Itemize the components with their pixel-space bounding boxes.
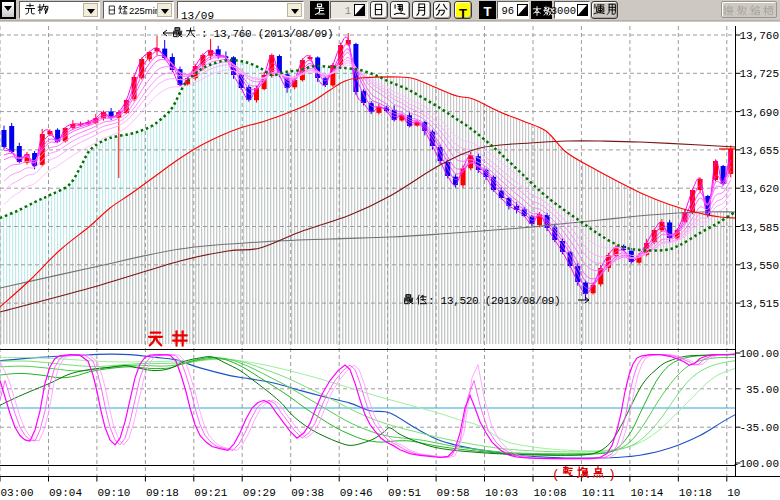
svg-text:09:46: 09:46: [340, 487, 373, 499]
svg-text:13,690: 13,690: [739, 107, 779, 119]
svg-text:10: 10: [727, 487, 740, 499]
svg-text:09:04: 09:04: [49, 487, 82, 499]
svg-text:09:51: 09:51: [388, 487, 421, 499]
svg-text:09:38: 09:38: [291, 487, 324, 499]
svg-text:09:21: 09:21: [194, 487, 227, 499]
svg-text:): ): [608, 467, 616, 482]
svg-text:10:14: 10:14: [630, 487, 663, 499]
svg-text:03:00: 03:00: [1, 487, 34, 499]
svg-text:13,550: 13,550: [739, 260, 779, 272]
svg-text:35.00: 35.00: [746, 384, 779, 396]
svg-text:13,655: 13,655: [739, 145, 779, 157]
svg-text:100.00: 100.00: [739, 348, 779, 360]
svg-text:09:58: 09:58: [437, 487, 470, 499]
svg-text:09:18: 09:18: [146, 487, 179, 499]
svg-text:13,515: 13,515: [739, 298, 779, 310]
svg-text:-35.00: -35.00: [739, 422, 779, 434]
svg-text:09:10: 09:10: [97, 487, 130, 499]
svg-text:10:08: 10:08: [534, 487, 567, 499]
svg-text:13,585: 13,585: [739, 222, 779, 234]
svg-text:: 13,760 (2013/08/09): : 13,760 (2013/08/09): [201, 28, 333, 40]
svg-text:10:18: 10:18: [679, 487, 712, 499]
svg-text:13,725: 13,725: [739, 68, 779, 80]
svg-text:10:11: 10:11: [582, 487, 615, 499]
svg-text:13,620: 13,620: [739, 183, 779, 195]
svg-text:13,760: 13,760: [739, 30, 779, 42]
svg-text:: 13,520 (2013/08/09): : 13,520 (2013/08/09): [428, 295, 560, 307]
svg-text:(: (: [552, 467, 560, 482]
svg-text:10:03: 10:03: [485, 487, 518, 499]
svg-text:09:29: 09:29: [243, 487, 276, 499]
svg-text:-100.00: -100.00: [733, 458, 779, 470]
